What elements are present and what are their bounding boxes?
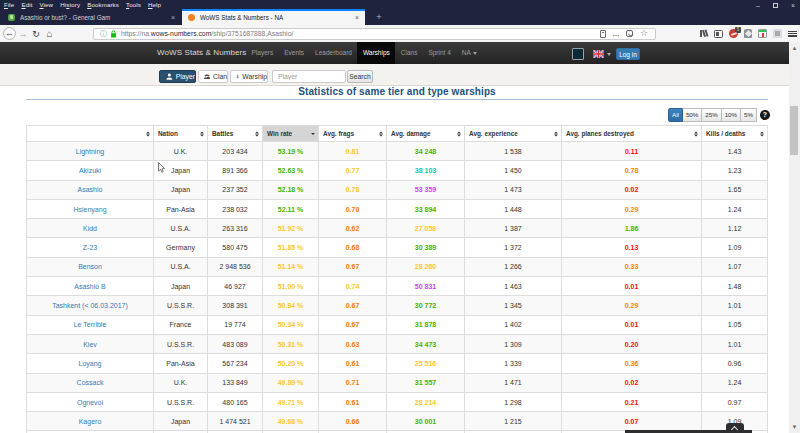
page-scrollbar[interactable]: ▲ ▼ bbox=[789, 42, 800, 433]
nav-item-events[interactable]: Events bbox=[279, 42, 310, 64]
scroll-down-icon[interactable]: ▼ bbox=[789, 424, 800, 430]
uk-flag-icon[interactable] bbox=[593, 50, 604, 58]
filter-button-all[interactable]: All bbox=[668, 108, 683, 122]
column-header-avg-experience[interactable]: Avg. experience bbox=[465, 126, 562, 142]
page-actions-icon[interactable]: … bbox=[612, 31, 620, 37]
menu-history[interactable]: History bbox=[60, 1, 80, 8]
cell-ship: Asashio B bbox=[27, 277, 154, 296]
scrollbar-thumb[interactable] bbox=[790, 106, 798, 155]
tab-close-icon[interactable]: × bbox=[351, 14, 365, 21]
cell-avg-experience: 1 402 bbox=[465, 315, 562, 334]
filter-button-5pct[interactable]: 5% bbox=[741, 108, 757, 122]
ship-link[interactable]: Asashio B bbox=[74, 283, 106, 290]
cell-ship: Ognevoi bbox=[27, 392, 154, 411]
pocket-icon[interactable] bbox=[626, 30, 633, 37]
ship-link[interactable]: Akizuki bbox=[79, 167, 101, 174]
cell-avg-experience: 1 339 bbox=[465, 354, 562, 373]
cell-avg-damage: 30 389 bbox=[387, 238, 465, 257]
language-caret-icon[interactable] bbox=[607, 53, 611, 56]
cell-kills-deaths: 1.12 bbox=[702, 219, 768, 238]
tab-wows-numbers[interactable]: WoWS Stats & Numbers - NA × bbox=[182, 9, 365, 25]
column-header-win-rate[interactable]: Win rate bbox=[263, 126, 319, 142]
ship-link[interactable]: Kidd bbox=[83, 225, 97, 232]
reload-button[interactable]: ↻ bbox=[31, 28, 41, 40]
cell-kills-deaths: 1.09 bbox=[702, 238, 768, 257]
menu-file[interactable]: File bbox=[4, 1, 14, 8]
theme-toggle[interactable] bbox=[572, 48, 584, 60]
column-header-avg-damage[interactable]: Avg. damage bbox=[387, 126, 465, 142]
scroll-up-icon[interactable]: ▲ bbox=[789, 45, 800, 51]
cell-avg-frags: 0.77 bbox=[319, 161, 387, 180]
column-header-avg-planes-destroyed[interactable]: Avg. planes destroyed bbox=[562, 126, 702, 142]
search-input[interactable] bbox=[272, 70, 346, 83]
site-info-icon[interactable]: ⓘ bbox=[100, 30, 107, 37]
cell-win-rate: 52.11 % bbox=[263, 199, 319, 218]
column-header-kills-deaths[interactable]: Kills / deaths bbox=[702, 126, 768, 142]
sidebar-icon[interactable] bbox=[714, 30, 723, 38]
nav-item-leaderboard[interactable]: Leaderboard bbox=[310, 42, 358, 64]
filter-button-10pct[interactable]: 10% bbox=[722, 108, 741, 122]
nav-item-clans[interactable]: Clans bbox=[395, 42, 423, 64]
tab-forum[interactable]: Asashio or bust? - General Gam × bbox=[2, 9, 181, 25]
reader-mode-icon[interactable] bbox=[600, 30, 606, 38]
cell-avg-experience: 1 215 bbox=[465, 412, 562, 431]
column-header-avg-frags[interactable]: Avg. frags bbox=[319, 126, 387, 142]
login-button[interactable]: Log in bbox=[616, 48, 640, 60]
ship-link[interactable]: Kagero bbox=[79, 418, 102, 425]
new-tab-button[interactable]: + bbox=[372, 11, 386, 23]
hamburger-menu-icon[interactable] bbox=[788, 29, 797, 38]
tab-close-icon[interactable]: × bbox=[167, 14, 181, 21]
maximize-button[interactable] bbox=[773, 3, 778, 8]
home-button[interactable]: ⌂ bbox=[44, 28, 55, 40]
filter-button-50pct[interactable]: 50% bbox=[683, 108, 702, 122]
filter-button-25pct[interactable]: 25% bbox=[702, 108, 721, 122]
help-icon[interactable]: ? bbox=[760, 110, 770, 120]
nav-item-sprint-4[interactable]: Sprint 4 bbox=[423, 42, 456, 64]
ship-link[interactable]: Asashio bbox=[78, 186, 103, 193]
ship-link[interactable]: Ognevoi bbox=[77, 399, 103, 406]
ship-link[interactable]: Z-23 bbox=[83, 244, 97, 251]
cell-kills-deaths: 0.96 bbox=[702, 354, 768, 373]
close-button[interactable]: × bbox=[791, 2, 795, 9]
library-icon[interactable] bbox=[699, 29, 708, 38]
column-header-ship[interactable] bbox=[27, 126, 154, 142]
table-row: Z-23Germany580 47551.85 %0.6830 3891 372… bbox=[27, 238, 768, 257]
minimize-button[interactable]: – bbox=[756, 2, 760, 9]
column-header-nation[interactable]: Nation bbox=[154, 126, 208, 142]
back-button[interactable]: ← bbox=[3, 27, 16, 40]
cell-avg-experience: 1 345 bbox=[465, 296, 562, 315]
url-bar[interactable]: ⓘ https://na.wows-numbers.com/ship/37516… bbox=[93, 28, 656, 40]
ship-link[interactable]: Kiev bbox=[83, 341, 97, 348]
ship-link[interactable]: Benson bbox=[78, 263, 102, 270]
menu-view[interactable]: View bbox=[39, 1, 53, 8]
menu-tools[interactable]: Tools bbox=[126, 1, 141, 8]
search-button[interactable]: Search bbox=[347, 70, 373, 83]
search-mode-clan-button[interactable]: Clan bbox=[198, 70, 228, 83]
forward-button[interactable]: → bbox=[18, 28, 28, 40]
ship-link[interactable]: Cossack bbox=[77, 379, 104, 386]
nav-item-na[interactable]: NA bbox=[456, 42, 482, 64]
site-brand[interactable]: WoWS Stats & Numbers bbox=[157, 42, 246, 64]
adblock-icon[interactable]: 5 bbox=[729, 29, 738, 38]
cell-avg-experience: 1 387 bbox=[465, 219, 562, 238]
extension-icon-2[interactable] bbox=[773, 29, 782, 38]
banner-expand-button[interactable] bbox=[726, 423, 744, 433]
sort-icon bbox=[255, 131, 259, 136]
menu-bookmarks[interactable]: Bookmarks bbox=[87, 1, 119, 8]
cell-avg-planes-destroyed: 0.07 bbox=[562, 412, 702, 431]
ship-link[interactable]: Lightning bbox=[76, 148, 104, 155]
ship-link[interactable]: Loyang bbox=[79, 360, 102, 367]
extension-icon[interactable] bbox=[758, 29, 767, 38]
nav-item-warships[interactable]: Warships bbox=[357, 42, 395, 64]
ship-link[interactable]: Le Terrible bbox=[74, 321, 107, 328]
menu-help[interactable]: Help bbox=[148, 1, 161, 8]
bookmark-star-icon[interactable]: ☆ bbox=[640, 29, 648, 38]
ship-link[interactable]: Tashkent (< 06.03.2017) bbox=[52, 302, 128, 309]
ship-link[interactable]: Hsienyang bbox=[73, 206, 106, 213]
search-mode-warship-button[interactable]: Warship bbox=[230, 70, 268, 83]
nav-item-players[interactable]: Players bbox=[246, 42, 279, 64]
column-header-battles[interactable]: Battles bbox=[208, 126, 263, 142]
menu-edit[interactable]: Edit bbox=[21, 1, 32, 8]
ghostery-icon[interactable] bbox=[744, 29, 752, 38]
search-mode-player-button[interactable]: Player bbox=[159, 70, 196, 83]
